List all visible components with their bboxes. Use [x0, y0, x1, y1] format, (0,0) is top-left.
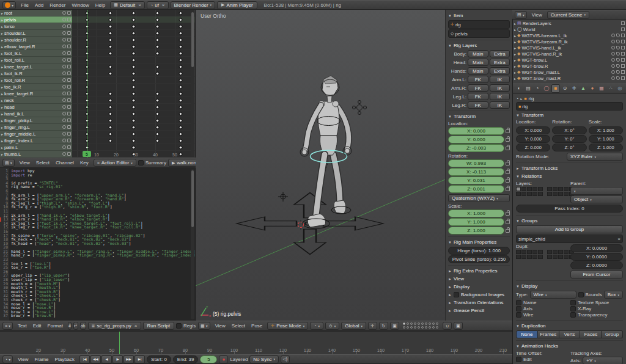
dopesheet-channel[interactable]: ▸torso	[0, 23, 72, 30]
layer-toggle[interactable]	[403, 322, 405, 325]
expand-icon[interactable]: ▸	[1, 78, 3, 82]
scale-manipulator-icon[interactable]: ▣	[390, 322, 399, 330]
keyframe-diamond[interactable]	[179, 58, 183, 62]
channel-lock-icon[interactable]	[67, 145, 71, 149]
keyframe-diamond[interactable]	[179, 118, 183, 123]
keyframe-diamond[interactable]	[155, 71, 160, 76]
transform-field[interactable]: Z: 1.000	[448, 227, 504, 235]
channel-lock-icon[interactable]	[67, 112, 71, 115]
keyframe-diamond[interactable]	[131, 71, 136, 76]
expand-icon[interactable]: ▸	[1, 132, 3, 136]
layer-toggle[interactable]	[516, 192, 521, 196]
hinge-torso-slider[interactable]: Hinge (torso): 1.000	[448, 247, 510, 255]
rig-layers-panel-header[interactable]: ▼Rig Layers	[448, 42, 510, 49]
active-object-field[interactable]: ✛rig	[448, 20, 510, 29]
play-reverse-button[interactable]: ◀	[101, 355, 112, 363]
channel-visibility-icon[interactable]	[62, 105, 66, 109]
expand-icon[interactable]: ▸	[1, 71, 3, 76]
layer-toggle[interactable]	[521, 255, 526, 259]
keyframe-diamond[interactable]	[108, 18, 112, 22]
viewport-menu-pose[interactable]: Pose	[248, 322, 265, 329]
close-icon[interactable]: ×	[161, 2, 165, 8]
channel-visibility-icon[interactable]	[62, 112, 66, 115]
viewport-area[interactable]: User Ortho x y (5) rig.pelvis ▼Item ✛rig…	[196, 10, 512, 321]
channel-lock-icon[interactable]	[67, 45, 71, 48]
rig-layer-button-extra[interactable]: Extra	[490, 59, 510, 66]
keyframe-diamond[interactable]	[108, 11, 112, 15]
layer-toggle[interactable]	[429, 322, 431, 325]
dopesheet-channel[interactable]: ▸foot_ik.L	[0, 50, 72, 57]
keyframe-diamond[interactable]	[131, 118, 136, 123]
text-editor-area[interactable]: 1234567891011121314151617181920212223242…	[0, 168, 196, 321]
transform-orientation-selector[interactable]: Global▾	[341, 322, 366, 330]
dopesheet-channel[interactable]: ▸shoulder.L	[0, 30, 72, 37]
expand-icon[interactable]: ▸	[514, 40, 516, 44]
display-panel-header[interactable]: ▼Display	[516, 282, 623, 290]
transform-field[interactable]: W: 0.993	[448, 159, 504, 167]
rig-layer-button-ik[interactable]: IK	[490, 93, 510, 100]
scene-selector[interactable]: ◔uf×	[147, 1, 169, 9]
register-checkbox[interactable]	[176, 323, 182, 329]
layer-toggle[interactable]	[521, 187, 526, 191]
panel-header-display[interactable]: ►Display	[448, 283, 510, 291]
outliner-item[interactable]: ▸◆WGT-brow_mast.R	[514, 75, 625, 81]
main-menu-file[interactable]: File	[18, 2, 32, 9]
text-menu-format[interactable]: Format	[45, 322, 66, 329]
syntax-highlight-toggle-icon[interactable]: ab	[80, 322, 86, 330]
keyframe-diamond[interactable]	[131, 85, 136, 89]
keyframe-diamond[interactable]	[179, 31, 183, 35]
visibility-eye-icon[interactable]	[611, 76, 615, 80]
group-offset-field[interactable]: Z: 0.0000	[570, 261, 623, 269]
expand-icon[interactable]: ▸	[1, 31, 3, 35]
layer-toggle[interactable]	[538, 187, 543, 191]
play-button[interactable]: ▶	[112, 355, 123, 363]
channel-visibility-icon[interactable]	[62, 51, 66, 55]
channel-visibility-icon[interactable]	[62, 125, 66, 129]
expand-icon[interactable]: ▸	[1, 51, 3, 56]
jump-to-prev-keyframe-button[interactable]: ◀◀	[90, 355, 101, 363]
dopesheet-channel[interactable]: ▸finger_ring.L	[0, 124, 72, 131]
lock-icon[interactable]	[506, 129, 510, 133]
rotation-mode-dropdown[interactable]: Quaternion (WXYZ)▾	[448, 194, 510, 202]
display-type-dropdown[interactable]: Wire▾	[530, 291, 576, 299]
layer-toggle[interactable]	[553, 255, 558, 259]
material-tab[interactable]: ●	[588, 84, 597, 93]
keyframe-diamond[interactable]	[131, 145, 136, 150]
expand-icon[interactable]: ▸	[1, 24, 3, 29]
transform-field[interactable]: X: 0.000	[448, 127, 504, 135]
anim-player-button[interactable]: ▶Anim Player	[217, 1, 257, 9]
channel-lock-icon[interactable]	[67, 152, 71, 156]
keyframe-diamond[interactable]	[155, 45, 160, 49]
visibility-eye-icon[interactable]	[611, 34, 615, 37]
channel-lock-icon[interactable]	[67, 58, 71, 62]
rotation-mode-dropdown[interactable]: XYZ Euler▾	[567, 153, 623, 161]
keyframe-diamond[interactable]	[155, 112, 160, 116]
keyframe-diamond[interactable]	[108, 132, 112, 136]
expand-icon[interactable]: ▸	[1, 105, 3, 109]
keyframe-diamond[interactable]	[131, 105, 136, 109]
pivot-slide-torso-slider[interactable]: Pivot Slide (torso): 0.250	[448, 255, 510, 263]
dopesheet-channel[interactable]: ▸neck	[0, 97, 72, 104]
transform-field[interactable]: Z: 1.000	[589, 144, 623, 151]
keyframe-diamond[interactable]	[131, 45, 136, 49]
keyframe-diamond[interactable]	[108, 118, 112, 123]
dopesheet-keyframe-grid[interactable]: 5 1020304050	[72, 10, 195, 158]
dopesheet-channel[interactable]: ▸thumb.L	[0, 151, 72, 158]
layer-toggle[interactable]	[527, 255, 532, 259]
jump-to-next-keyframe-button[interactable]: ▶▶	[123, 355, 134, 363]
expand-icon[interactable]: ▸	[514, 46, 516, 50]
active-bone-field[interactable]: ◇pelvis	[448, 29, 510, 38]
keyframe-diamond[interactable]	[131, 38, 136, 42]
physics-tab[interactable]: ◎	[616, 84, 624, 93]
layer-toggle[interactable]	[538, 250, 543, 254]
object-tab[interactable]: ■	[551, 84, 560, 93]
dopesheet-channel[interactable]: ▸foot_roll.L	[0, 57, 72, 64]
screen-layout-selector[interactable]: ▦Default×	[110, 1, 145, 9]
layer-toggle[interactable]	[564, 250, 569, 254]
dopesheet-channel[interactable]: ▸elbow_target.R	[0, 43, 72, 50]
render-visibility-icon[interactable]	[621, 58, 625, 62]
expand-icon[interactable]: ▸	[514, 34, 516, 38]
render-visibility-icon[interactable]	[621, 52, 625, 56]
selectability-icon[interactable]	[616, 70, 620, 74]
close-icon[interactable]: ×	[137, 2, 141, 8]
